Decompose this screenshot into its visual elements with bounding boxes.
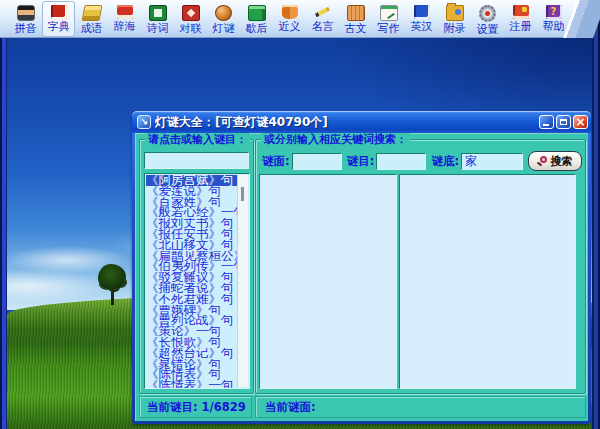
cihai-book-icon [117, 5, 133, 19]
list-item[interactable]: 《报刘丈书》句 [146, 218, 237, 229]
app-window: 拼音 字典 成语 辞海 诗词 对联 灯谜 歇后 [0, 0, 600, 429]
list-item[interactable]: 《驳复雠议》句 [146, 272, 237, 283]
list-item[interactable]: 《陈情表》句 [146, 369, 237, 380]
category-groupbox: 请点击或输入谜目： 《阿房宫赋》句 《爱莲说》句 《百家姓》句 《般若心经》一句… [139, 139, 254, 394]
toolbar-button-jinyi[interactable]: 近义 [273, 1, 306, 37]
toolbar-button-zhuce[interactable]: 注册 [504, 1, 537, 37]
toolbar-label: 帮助 [543, 21, 565, 33]
keyword-search-legend: 或分别输入相应关键词搜索： [261, 133, 410, 146]
settings-gear-icon [479, 5, 496, 22]
riddle-face-input[interactable] [292, 153, 342, 170]
list-item[interactable]: 《北山移文》句 [146, 240, 237, 251]
list-item[interactable]: 《般若心经》一句 [146, 207, 237, 218]
list-item[interactable]: 《伯夷列传》一句 [146, 261, 237, 272]
scrollbar-thumb[interactable] [241, 187, 244, 201]
current-category-value: 1/6829 [202, 400, 246, 414]
riddle-face-label: 谜面: [262, 154, 290, 169]
riddle-face-listbox[interactable] [259, 174, 397, 389]
english-chinese-book-icon [414, 5, 430, 19]
toolbar-label: 歇后 [246, 23, 268, 35]
list-item[interactable]: 《陈情表》一句 [146, 380, 237, 389]
window-border-right [592, 0, 600, 429]
toolbar-label: 近义 [279, 21, 301, 33]
list-item[interactable]: 《超然台记》句 [146, 348, 237, 359]
toolbar-button-shezhi[interactable]: 设置 [471, 1, 504, 37]
toolbar-button-dengmi[interactable]: 灯谜 [207, 1, 240, 37]
list-scrollbar[interactable] [237, 175, 248, 387]
idiom-sheets-icon [81, 5, 102, 21]
toolbar-button-guwen[interactable]: 古文 [339, 1, 372, 37]
toolbar-button-cihai[interactable]: 辞海 [108, 1, 141, 37]
couplet-tile-icon [182, 5, 200, 21]
toolbar-button-fulu[interactable]: 附录 [438, 1, 471, 37]
toolbar-button-xiezuo[interactable]: 写作 [372, 1, 405, 37]
writing-notepad-icon [380, 5, 398, 21]
help-book-icon [546, 5, 562, 19]
riddle-answer-input[interactable] [461, 153, 523, 170]
list-item[interactable]: 《扁鹊见蔡桓公》 [146, 251, 237, 262]
toolbar-button-mingyan[interactable]: 名言 [306, 1, 339, 37]
category-legend: 请点击或输入谜目： [145, 133, 250, 146]
list-item[interactable]: 《百家姓》句 [146, 197, 237, 208]
toolbar-label: 英汉 [411, 21, 433, 33]
maximize-button[interactable] [556, 115, 571, 129]
toolbar-label: 诗词 [147, 23, 169, 35]
list-item[interactable]: 《不死君难》句 [146, 294, 237, 305]
list-item[interactable]: 《曹刿论战》句 [146, 315, 237, 326]
toolbar-label: 设置 [477, 24, 499, 36]
current-category-label: 当前谜目: [147, 400, 198, 414]
toolbar-label: 名言 [312, 21, 334, 33]
list-item[interactable]: 《爱莲说》句 [146, 186, 237, 197]
toolbar-button-yinghan[interactable]: 英汉 [405, 1, 438, 37]
dialog-body: 请点击或输入谜目： 《阿房宫赋》句 《爱莲说》句 《百家姓》句 《般若心经》一句… [135, 133, 588, 421]
minimize-button[interactable] [539, 115, 554, 129]
list-item[interactable]: 《阿房宫赋》句 [146, 175, 237, 186]
list-item[interactable]: 《捕蛇者说》句 [146, 283, 237, 294]
toolbar-label: 灯谜 [213, 23, 235, 35]
tree-crown [98, 264, 126, 290]
register-book-icon [513, 5, 529, 19]
classical-scroll-icon [347, 5, 365, 21]
riddle-answer-label: 谜底: [431, 154, 459, 169]
toolbar-label: 写作 [378, 23, 400, 35]
current-riddle-status: 当前谜面: [255, 396, 586, 418]
list-item[interactable]: 《策论》一句 [146, 326, 237, 337]
current-riddle-label: 当前谜面: [265, 400, 316, 414]
riddle-category-input[interactable] [376, 153, 426, 170]
riddle-answer-listbox[interactable] [399, 174, 576, 389]
list-item[interactable]: 《晁错论》句 [146, 359, 237, 370]
dialog-app-arrow-icon [137, 115, 151, 129]
toolbar-label: 古文 [345, 23, 367, 35]
search-button-label: 搜索 [550, 154, 572, 169]
dictionary-book-icon [51, 5, 67, 19]
toolbar-button-zidian[interactable]: 字典 [42, 1, 75, 37]
dialog-title: 灯谜大全：[可查灯谜40790个] [155, 114, 535, 131]
poetry-plaque-icon [149, 5, 167, 21]
toolbar-button-chengyu[interactable]: 成语 [75, 1, 108, 37]
window-controls [539, 115, 588, 129]
toolbar-label: 辞海 [114, 21, 136, 33]
toolbar-label: 附录 [444, 23, 466, 35]
riddle-category-label: 谜目: [347, 154, 375, 169]
toolbar-button-shici[interactable]: 诗词 [141, 1, 174, 37]
toolbar-label: 拼音 [15, 23, 37, 35]
dialog-titlebar[interactable]: 灯谜大全：[可查灯谜40790个] [132, 111, 591, 133]
list-item[interactable]: 《报任安书》句 [146, 229, 237, 240]
toolbar-button-pinyin[interactable]: 拼音 [9, 1, 42, 37]
toolbar-button-xiehou[interactable]: 歇后 [240, 1, 273, 37]
close-button[interactable] [573, 115, 588, 129]
synonym-book-icon [282, 5, 298, 19]
toolbar-label: 注册 [510, 21, 532, 33]
list-item[interactable]: 《曹娥碑》句 [146, 305, 237, 316]
category-input[interactable] [144, 152, 249, 169]
list-item[interactable]: 《长恨歌》句 [146, 337, 237, 348]
tree-trunk [111, 288, 114, 305]
toolbar-label: 成语 [81, 23, 103, 35]
person-icon [17, 5, 35, 21]
category-listbox[interactable]: 《阿房宫赋》句 《爱莲说》句 《百家姓》句 《般若心经》一句 《报刘丈书》句 《… [144, 173, 250, 389]
toolbar-button-duilian[interactable]: 对联 [174, 1, 207, 37]
desktop-tree [96, 264, 132, 312]
search-button[interactable]: 搜索 [528, 151, 582, 171]
riddle-dialog: 灯谜大全：[可查灯谜40790个] 请点击或输入谜目： 《阿房宫赋》句 《爱莲说… [132, 111, 591, 424]
quote-pen-icon [315, 5, 331, 19]
